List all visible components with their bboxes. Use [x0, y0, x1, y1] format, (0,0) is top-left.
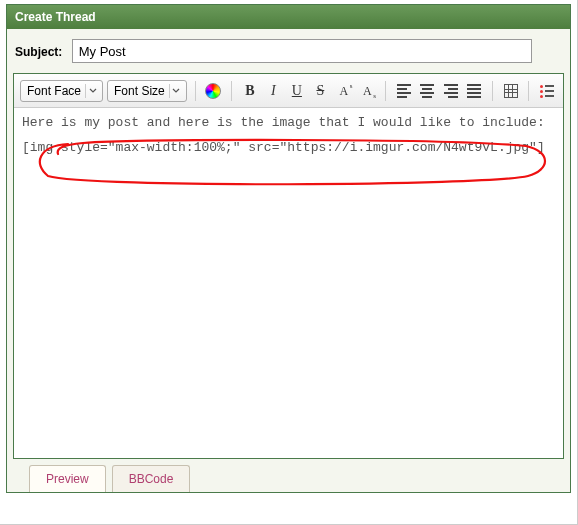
underline-button[interactable]: U: [287, 81, 306, 101]
align-left-button[interactable]: [394, 81, 413, 101]
separator: [385, 81, 386, 101]
strikethrough-button[interactable]: S: [311, 81, 330, 101]
editor-toolbar: Font Face Font Size B I U S A A: [14, 74, 563, 108]
table-button[interactable]: [501, 81, 520, 101]
font-size-select[interactable]: Font Size: [107, 80, 187, 102]
editor: Font Face Font Size B I U S A A: [13, 73, 564, 459]
editor-textarea[interactable]: Here is my post and here is the image th…: [14, 108, 563, 458]
align-center-button[interactable]: [418, 81, 437, 101]
subscript-button[interactable]: A: [358, 81, 377, 101]
font-face-select[interactable]: Font Face: [20, 80, 103, 102]
tab-bbcode[interactable]: BBCode: [112, 465, 191, 492]
align-center-icon: [420, 84, 434, 98]
subject-label: Subject:: [15, 45, 62, 59]
chevron-down-icon: [85, 84, 99, 98]
tab-preview[interactable]: Preview: [29, 465, 106, 492]
bold-button[interactable]: B: [240, 81, 259, 101]
font-face-label: Font Face: [27, 84, 81, 98]
editor-tabs: Preview BBCode: [7, 459, 570, 492]
list-button[interactable]: [537, 81, 556, 101]
editor-line: Here is my post and here is the image th…: [22, 114, 555, 133]
separator: [528, 81, 529, 101]
italic-button[interactable]: I: [264, 81, 283, 101]
align-right-icon: [444, 84, 458, 98]
create-thread-panel: Create Thread Subject: Font Face Font Si…: [6, 4, 571, 493]
separator: [231, 81, 232, 101]
panel-title: Create Thread: [7, 5, 570, 29]
separator: [195, 81, 196, 101]
table-icon: [504, 84, 518, 98]
chevron-down-icon: [169, 84, 183, 98]
color-wheel-icon: [205, 83, 221, 99]
separator: [492, 81, 493, 101]
list-icon: [540, 85, 554, 98]
align-right-button[interactable]: [441, 81, 460, 101]
font-color-button[interactable]: [204, 81, 223, 101]
subject-row: Subject:: [7, 29, 570, 73]
superscript-button[interactable]: A: [334, 81, 353, 101]
editor-line: [img style="max-width:100%;" src="https:…: [22, 139, 555, 158]
font-size-label: Font Size: [114, 84, 165, 98]
align-justify-icon: [467, 84, 481, 98]
align-justify-button[interactable]: [464, 81, 483, 101]
subject-input[interactable]: [72, 39, 532, 63]
align-left-icon: [397, 84, 411, 98]
